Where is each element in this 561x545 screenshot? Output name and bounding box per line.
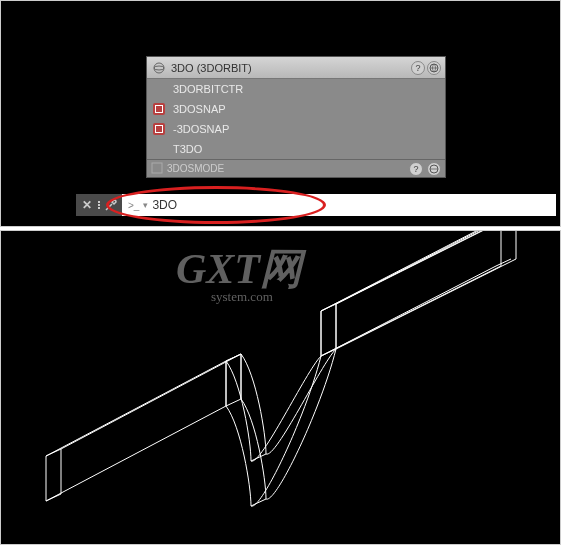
autocomplete-help-icons: ?: [411, 61, 441, 75]
orbit-icon: [151, 60, 167, 76]
cad-viewport-top: 3DO (3DORBIT) ? 3DORBITCTR 3DOSNAP -3DOS…: [0, 0, 561, 227]
command-input[interactable]: [152, 198, 550, 212]
autocomplete-item-label: 3DOSNAP: [173, 103, 226, 115]
internet-help-icon[interactable]: [427, 162, 441, 176]
autocomplete-item[interactable]: -3DOSNAP: [147, 119, 445, 139]
autocomplete-footer-label: 3DOSMODE: [167, 163, 405, 174]
variable-icon: [151, 162, 163, 176]
autocomplete-item-label: T3DO: [173, 143, 202, 155]
command-input-area[interactable]: >_ ▾: [122, 194, 556, 216]
cad-viewport-bottom[interactable]: GXT网 system.com: [0, 230, 561, 545]
snap-icon: [151, 121, 167, 137]
internet-help-icon[interactable]: [427, 61, 441, 75]
empty-icon: [151, 141, 167, 157]
empty-icon: [151, 81, 167, 97]
snap-icon: [151, 101, 167, 117]
command-dropdown-icon[interactable]: ▾: [143, 200, 148, 210]
autocomplete-item[interactable]: T3DO: [147, 139, 445, 159]
autocomplete-header[interactable]: 3DO (3DORBIT) ?: [147, 57, 445, 79]
command-bar-controls: ✕: [76, 194, 122, 216]
svg-point-1: [154, 66, 164, 70]
autocomplete-item-label: -3DOSNAP: [173, 123, 229, 135]
autocomplete-selected-text: 3DO (3DORBIT): [171, 62, 411, 74]
autocomplete-item-label: 3DORBITCTR: [173, 83, 243, 95]
watermark: GXT网 system.com: [176, 241, 302, 305]
drag-handle-icon[interactable]: [98, 201, 100, 209]
close-icon[interactable]: ✕: [80, 198, 94, 212]
command-line-bar: ✕ >_ ▾: [76, 194, 556, 216]
autocomplete-item[interactable]: 3DOSNAP: [147, 99, 445, 119]
wrench-icon[interactable]: [104, 198, 118, 212]
help-icon[interactable]: ?: [411, 61, 425, 75]
help-icon[interactable]: ?: [409, 162, 423, 176]
prompt-icon: >_: [128, 200, 139, 211]
command-autocomplete-popup: 3DO (3DORBIT) ? 3DORBITCTR 3DOSNAP -3DOS…: [146, 56, 446, 178]
svg-point-0: [154, 63, 164, 73]
autocomplete-item[interactable]: 3DORBITCTR: [147, 79, 445, 99]
autocomplete-footer: 3DOSMODE ?: [147, 159, 445, 177]
svg-rect-3: [152, 163, 162, 173]
